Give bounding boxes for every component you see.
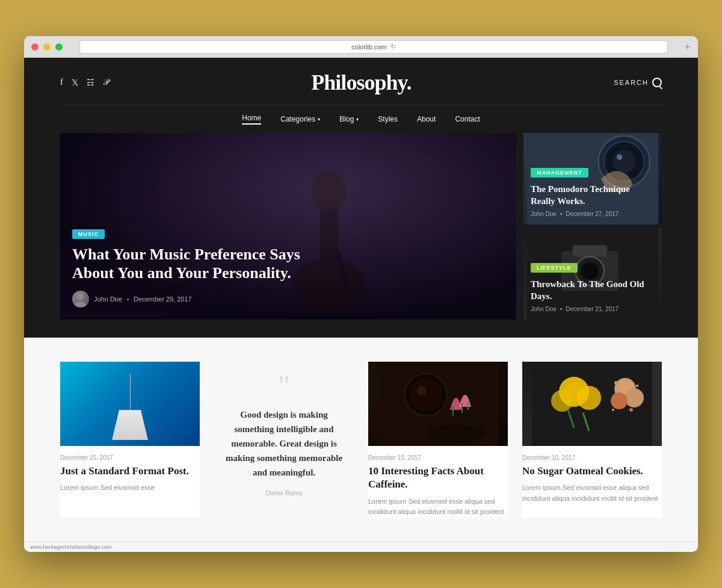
coffee-image — [368, 362, 508, 446]
quote-text: Good design is making something intellig… — [220, 407, 348, 480]
svg-point-20 — [426, 425, 486, 443]
side-card-1-date: December 27, 2017 — [566, 211, 619, 217]
search-label: SEARCH — [614, 79, 649, 86]
post-4-date: December 10, 2017 — [522, 454, 662, 461]
hero-section: MUSIC What Your Music Preference Says Ab… — [24, 133, 698, 338]
side-card-2-content: LIFESTYLE Throwback To The Good Old Days… — [523, 254, 662, 320]
side-card-2-author: John Doe — [531, 306, 557, 312]
hero-author: John Doe — [94, 296, 122, 303]
post-1-title: Just a Standard Format Post. — [60, 465, 200, 478]
post-card-3[interactable]: December 15, 2017 10 Interesting Facts A… — [368, 362, 508, 517]
browser-titlebar: colorlib.com ↻ + — [24, 36, 698, 58]
maximize-button[interactable] — [55, 43, 63, 51]
svg-point-30 — [614, 381, 618, 385]
svg-point-25 — [551, 390, 573, 412]
site-header: f 𝕏 ☷ 𝒫 Philosophy. SEARCH Home — [24, 58, 698, 133]
side-card-1-tag: MANAGEMENT — [531, 168, 588, 178]
side-card-2-dot: • — [560, 306, 563, 312]
hero-side-card-2[interactable]: LIFESTYLE Throwback To The Good Old Days… — [523, 228, 662, 320]
svg-point-18 — [409, 378, 443, 412]
hero-main-content: MUSIC What Your Music Preference Says Ab… — [60, 215, 313, 320]
site-nav: Home Categories ▾ Blog ▾ Styles About Co — [60, 105, 662, 133]
quote-card: " Good design is making something intell… — [214, 362, 354, 517]
nav-item-styles[interactable]: Styles — [378, 114, 398, 125]
svg-point-33 — [612, 409, 614, 411]
nav-item-blog[interactable]: Blog ▾ — [339, 114, 359, 125]
post-4-body: December 10, 2017 No Sugar Oatmeal Cooki… — [522, 446, 662, 504]
post-3-excerpt: Lorem ipsum Sed eiusmod esse aliqua sed … — [368, 497, 508, 518]
post-1-excerpt: Lorem ipsum Sed eiusmod esse — [60, 483, 200, 494]
chevron-down-icon: ▾ — [318, 117, 320, 122]
nav-item-contact[interactable]: Contact — [455, 114, 480, 125]
post-3-body: December 15, 2017 10 Interesting Facts A… — [368, 446, 508, 517]
side-card-2-title: Throwback To The Good Old Days. — [531, 279, 655, 302]
post-4-excerpt: Lorem ipsum Sed eiusmod esse aliqua sed … — [522, 483, 662, 504]
site-content: f 𝕏 ☷ 𝒫 Philosophy. SEARCH Home — [24, 58, 698, 541]
facebook-icon[interactable]: f — [60, 78, 63, 88]
side-card-1-author: John Doe — [531, 211, 557, 217]
post-1-date: December 15, 2017 — [60, 454, 200, 461]
nav-item-categories[interactable]: Categories ▾ — [280, 114, 320, 125]
hero-date: December 29, 2017 — [134, 296, 192, 303]
meta-separator — [127, 299, 129, 300]
search-button[interactable]: SEARCH — [614, 78, 662, 87]
browser-window: colorlib.com ↻ + f 𝕏 ☷ 𝒫 Philosophy. — [24, 36, 698, 551]
post-3-title: 10 Interesting Facts About Caffeine. — [368, 465, 508, 491]
posts-grid: December 15, 2017 Just a Standard Format… — [60, 362, 662, 517]
hero-title: What Your Music Preference Says About Yo… — [72, 245, 301, 282]
svg-point-24 — [577, 386, 601, 410]
svg-point-31 — [636, 385, 638, 387]
svg-point-4 — [77, 293, 84, 300]
post-1-image — [60, 362, 200, 446]
flowers-image — [522, 362, 662, 446]
post-1-body: December 15, 2017 Just a Standard Format… — [60, 446, 200, 494]
post-card-1[interactable]: December 15, 2017 Just a Standard Format… — [60, 362, 200, 517]
side-card-2-meta: John Doe • December 21, 2017 — [531, 306, 655, 312]
author-avatar — [72, 291, 89, 308]
side-card-1-title: The Pomodoro Technique Really Works. — [531, 184, 655, 207]
main-content: December 15, 2017 Just a Standard Format… — [24, 338, 698, 541]
side-card-2-date: December 21, 2017 — [566, 306, 619, 312]
quote-author: Dieter Rams — [220, 489, 348, 497]
side-card-1-meta: John Doe • December 27, 2017 — [531, 211, 655, 217]
quote-marks: " — [220, 374, 348, 398]
new-tab-button[interactable]: + — [685, 42, 691, 52]
address-bar[interactable]: colorlib.com ↻ — [79, 40, 668, 54]
pinterest-icon[interactable]: 𝒫 — [103, 78, 109, 88]
svg-point-32 — [629, 408, 633, 412]
svg-point-0 — [312, 171, 347, 212]
instagram-icon[interactable]: ☷ — [87, 78, 94, 88]
nav-item-home[interactable]: Home — [242, 114, 261, 125]
svg-point-29 — [611, 392, 628, 409]
social-icons: f 𝕏 ☷ 𝒫 — [60, 78, 109, 88]
hero-main-card[interactable]: MUSIC What Your Music Preference Says Ab… — [60, 133, 516, 320]
hero-tag: MUSIC — [72, 229, 105, 239]
hero-side-cards: MANAGEMENT The Pomodoro Technique Really… — [523, 133, 662, 320]
side-card-1-dot: • — [560, 211, 563, 217]
svg-point-5 — [75, 302, 87, 308]
search-icon — [652, 78, 662, 87]
header-top: f 𝕏 ☷ 𝒫 Philosophy. SEARCH — [60, 70, 662, 105]
lamp-shape — [112, 410, 148, 440]
chevron-down-icon: ▾ — [356, 117, 359, 122]
post-3-date: December 15, 2017 — [368, 454, 508, 461]
url-text: colorlib.com — [351, 43, 387, 51]
post-4-image — [522, 362, 662, 446]
side-card-1-content: MANAGEMENT The Pomodoro Technique Really… — [523, 159, 662, 224]
side-card-2-tag: LIFESTYLE — [531, 263, 578, 273]
minimize-button[interactable] — [43, 43, 51, 51]
nav-item-about[interactable]: About — [417, 114, 436, 125]
post-4-title: No Sugar Oatmeal Cookies. — [522, 465, 662, 478]
site-title: Philosophy. — [311, 70, 411, 95]
reload-icon[interactable]: ↻ — [390, 43, 396, 51]
close-button[interactable] — [31, 43, 39, 51]
status-url: www.heritagechristiancollege.com — [30, 544, 112, 550]
svg-point-19 — [417, 386, 427, 395]
svg-point-28 — [625, 388, 644, 407]
post-card-4[interactable]: December 10, 2017 No Sugar Oatmeal Cooki… — [522, 362, 662, 517]
twitter-icon[interactable]: 𝕏 — [72, 78, 78, 88]
browser-statusbar: www.heritagechristiancollege.com — [24, 542, 698, 552]
hero-side-card-1[interactable]: MANAGEMENT The Pomodoro Technique Really… — [523, 133, 662, 224]
light-image — [60, 362, 200, 446]
hero-meta: John Doe December 29, 2017 — [72, 291, 301, 308]
